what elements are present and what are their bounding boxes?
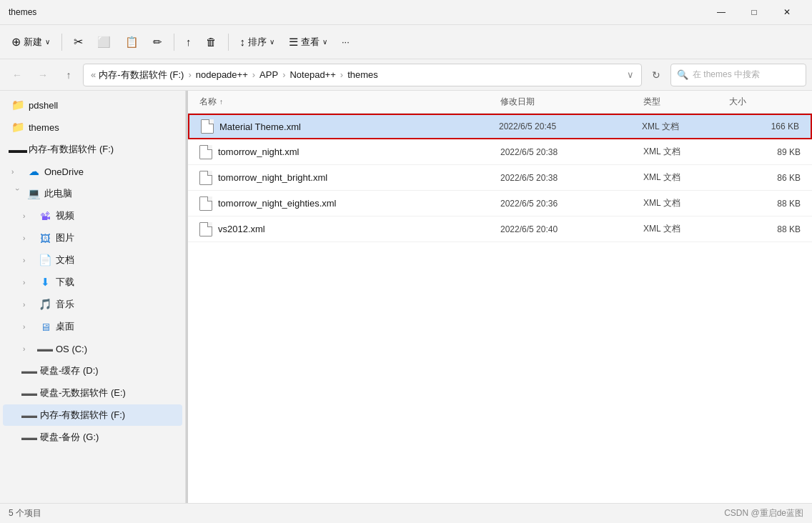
col-header-type[interactable]: 类型 [643,96,729,108]
drive-icon: ▬▬ [23,409,36,422]
file-type: XML 文档 [643,146,729,158]
file-name-cell: tomorrow_night_bright.xml [199,171,500,185]
paste-button[interactable]: 📋 [119,31,144,53]
sidebar-item-video[interactable]: › 📽 视频 [3,205,182,226]
file-type: XML 文档 [643,171,729,184]
sidebar-item-pdshell[interactable]: 📁 pdshell [3,94,182,116]
breadcrumb-part-3: APP [259,69,278,80]
file-name-cell: tomorrow_night.xml [199,145,500,159]
share-button[interactable]: ↑ [180,31,197,52]
refresh-button[interactable]: ↻ [645,64,668,86]
toolbar-separator-2 [174,34,174,51]
sidebar-label: OneDrive [44,166,174,177]
file-name: tomorrow_night_eighties.xml [218,198,336,209]
sort-button[interactable]: ↕ 排序 ∨ [234,31,281,53]
paste-icon: 📋 [125,36,139,49]
sidebar-label: 桌面 [56,320,174,333]
table-row[interactable]: vs2012.xml 2022/6/5 20:40 XML 文档 88 KB [188,216,812,242]
xml-file-icon [199,171,212,185]
file-size: 88 KB [729,224,801,234]
sidebar-item-docs[interactable]: › 📄 文档 [3,249,182,271]
addressbar: ← → ↑ « 内存-有数据软件 (F:) › nodepade++ › APP… [0,59,812,91]
sidebar-item-themes[interactable]: 📁 themes [3,116,182,138]
sidebar-item-onedrive[interactable]: › ☁ OneDrive [3,161,182,182]
file-date: 2022/6/5 20:40 [500,224,643,234]
breadcrumb-part-4: Notepad++ [289,69,335,80]
sidebar-item-pictures[interactable]: › 🖼 图片 [3,227,182,249]
table-row[interactable]: tomorrow_night_bright.xml 2022/6/5 20:38… [188,165,812,191]
search-box[interactable]: 🔍 在 themes 中搜索 [670,64,806,86]
sidebar-label: 视频 [56,209,174,222]
rename-button[interactable]: ✏ [147,31,168,53]
sidebar-label: 图片 [56,231,174,244]
breadcrumb-part-1: 内存-有数据软件 (F:) [99,69,184,81]
video-icon: 📽 [39,209,51,222]
view-label: 查看 [301,36,320,49]
sidebar-item-hdnodata[interactable]: ▬▬ 硬盘-无数据软件 (E:) [3,382,182,404]
sidebar-label: 内存-有数据软件 (F:) [29,143,174,156]
breadcrumb[interactable]: « 内存-有数据软件 (F:) › nodepade++ › APP › Not… [83,64,642,86]
expand-icon: › [23,234,34,242]
sidebar-item-osdrive[interactable]: › ▬▬ OS (C:) [3,338,182,359]
sidebar-label: 硬盘-备份 (G:) [40,431,174,444]
maximize-button[interactable]: □ [738,0,771,25]
file-size: 166 KB [728,121,799,131]
close-button[interactable]: ✕ [771,0,803,25]
sidebar-label: themes [29,122,174,133]
new-button[interactable]: ⊕ 新建 ∨ [6,31,56,53]
new-icon: ⊕ [11,35,21,49]
sidebar-item-hdcache[interactable]: ▬▬ 硬盘-缓存 (D:) [3,360,182,382]
toolbar-separator-3 [228,34,229,51]
computer-icon: 💻 [27,187,40,200]
col-header-name[interactable]: 名称 ↑ [199,96,500,108]
more-button[interactable]: ··· [336,32,355,51]
copy-icon: ⬜ [97,36,111,49]
file-name-cell: tomorrow_night_eighties.xml [199,196,500,211]
table-row[interactable]: tomorrow_night.xml 2022/6/5 20:38 XML 文档… [188,139,812,165]
expand-icon: › [23,345,34,353]
col-header-date[interactable]: 修改日期 [500,96,643,108]
drive-icon: ▬▬ [23,431,36,444]
file-type: XML 文档 [642,121,728,133]
table-row[interactable]: Material Theme.xml 2022/6/5 20:45 XML 文档… [188,114,812,139]
file-date: 2022/6/5 20:36 [500,199,643,209]
sidebar-item-thispc[interactable]: › 💻 此电脑 [3,183,182,204]
breadcrumb-dropdown-icon[interactable]: ∨ [627,69,634,80]
file-name-cell: Material Theme.xml [201,119,499,134]
sidebar-item-naiyou[interactable]: ▬▬ 内存-有数据软件 (F:) [3,139,182,160]
delete-button[interactable]: 🗑 [200,31,222,52]
titlebar: themes — □ ✕ [0,0,812,25]
folder-icon: 📁 [11,99,24,111]
sidebar-item-music[interactable]: › 🎵 音乐 [3,294,182,315]
sidebar-item-desktop[interactable]: › 🖥 桌面 [3,316,182,337]
sidebar-item-downloads[interactable]: › ⬇ 下载 [3,272,182,293]
breadcrumb-part-5: themes [347,69,378,80]
sidebar-label: 硬盘-缓存 (D:) [40,364,174,377]
more-icon: ··· [342,36,350,47]
watermark: CSDN @重启de蓝图 [724,507,803,519]
cut-button[interactable]: ✂ [68,31,89,53]
sidebar-label: 文档 [56,254,174,267]
sidebar-item-memdata[interactable]: ▬▬ 内存-有数据软件 (F:) [3,404,182,426]
file-type: XML 文档 [643,223,729,235]
expand-icon: › [23,256,34,264]
minimize-button[interactable]: — [705,0,738,25]
sidebar: 📁 pdshell 📁 themes ▬▬ 内存-有数据软件 (F:) › ☁ … [0,91,186,503]
table-row[interactable]: tomorrow_night_eighties.xml 2022/6/5 20:… [188,191,812,216]
new-dropdown-icon: ∨ [45,38,50,46]
back-button[interactable]: ← [6,64,29,86]
up-button[interactable]: ↑ [57,64,80,86]
view-button[interactable]: ☰ 查看 ∨ [283,31,333,53]
search-placeholder: 在 themes 中搜索 [693,69,760,81]
col-header-size[interactable]: 大小 [729,96,801,108]
copy-button[interactable]: ⬜ [91,31,117,53]
sidebar-label: 此电脑 [44,187,174,200]
search-icon: 🔍 [677,69,688,80]
sidebar-item-hdbak[interactable]: ▬▬ 硬盘-备份 (G:) [3,427,182,448]
expand-icon: › [23,279,34,287]
file-list-header: 名称 ↑ 修改日期 类型 大小 [188,91,812,114]
sidebar-label: OS (C:) [56,344,174,354]
forward-button[interactable]: → [31,64,54,86]
file-name: Material Theme.xml [219,121,301,132]
drive-icon: ▬▬ [11,143,24,156]
